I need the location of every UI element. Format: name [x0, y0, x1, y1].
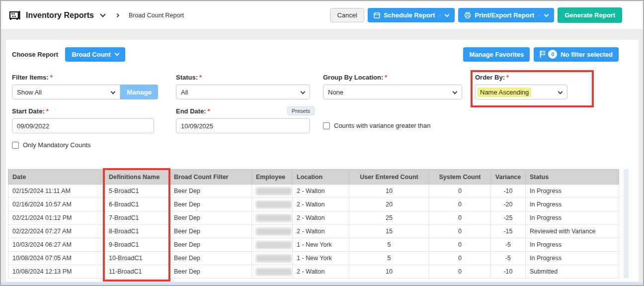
chevron-down-icon [301, 90, 306, 95]
table-cell: In Progress [526, 238, 619, 252]
redacted-employee-name [256, 188, 292, 195]
column-header: System Count [429, 170, 491, 185]
table-cell: 9-BroadC1 [105, 238, 170, 252]
status-value: All [181, 89, 188, 96]
cancel-button[interactable]: Cancel [330, 8, 364, 22]
table-cell: -10 [491, 265, 526, 279]
table-cell [252, 198, 293, 211]
filter-items-select[interactable]: Show All [12, 85, 120, 99]
schedule-report-label: Schedule Report [384, 11, 435, 19]
variance-checkbox-row[interactable]: Counts with variance greater than [323, 122, 430, 129]
breadcrumb: Inventory Reports Broad Count Report [9, 10, 184, 21]
table-cell: 0 [429, 265, 491, 279]
table-cell: 0 [429, 238, 491, 252]
table-header: DateDefinitions NameBroad Count FilterEm… [8, 170, 619, 185]
mandatory-checkbox-row[interactable]: Only Mandatory Counts [12, 141, 91, 149]
print-export-report-button[interactable]: Print/Export Report [458, 8, 554, 22]
table-cell: -15 [491, 225, 526, 238]
choose-report-row: Choose Report Broad Count Manage Favorit… [12, 47, 619, 62]
filter-count-badge: 0 [548, 50, 557, 59]
manage-filter-items-button[interactable]: Manage [120, 85, 158, 99]
table-cell: 10 [349, 265, 429, 279]
table-row[interactable]: 10/08/2024 12:13 PM11-BroadC1Beer Dep2 -… [8, 265, 619, 279]
generate-report-button[interactable]: Generate Report [558, 7, 622, 23]
table-row[interactable]: 02/21/2024 01:12 PM7-BroadC1Beer Dep2 - … [8, 211, 619, 225]
report-type-dropdown[interactable]: Broad Count [65, 47, 125, 62]
table-cell: 2 - Walton [293, 225, 349, 238]
table-cell: 8-BroadC1 [105, 225, 170, 238]
end-date-label: End Date:* [176, 107, 210, 115]
filter-status-label: No filter selected [561, 51, 613, 58]
redacted-employee-name [256, 255, 292, 262]
variance-checkbox[interactable] [323, 122, 330, 129]
table-row[interactable]: 10/03/2024 06:27 AM9-BroadC1Beer Dep1 - … [8, 238, 619, 252]
chevron-down-icon [114, 51, 119, 56]
redacted-employee-name [256, 241, 292, 249]
inventory-reports-icon [9, 10, 21, 21]
table-cell: 6-BroadC1 [105, 198, 170, 211]
table-cell: 5 [349, 252, 429, 265]
table-cell: Beer Dep [170, 252, 252, 265]
order-by-select[interactable]: Name Ascending [475, 85, 567, 99]
end-date-input[interactable] [176, 118, 310, 133]
manage-favorites-button[interactable]: Manage Favorites [463, 47, 530, 62]
column-header: Broad Count Filter [170, 170, 252, 185]
start-date-input[interactable] [12, 118, 154, 133]
filter-selected-button[interactable]: 0 No filter selected [534, 47, 619, 62]
table-cell: 1 - New York [293, 252, 349, 265]
schedule-report-button[interactable]: Schedule Report [368, 8, 455, 22]
schedule-report-dropdown-toggle[interactable] [440, 14, 449, 16]
start-date-label: Start Date:* [12, 107, 49, 115]
table-cell: -5 [491, 238, 526, 252]
column-header: Date [8, 170, 105, 185]
table-cell: 02/15/2024 11:11 AM [8, 185, 105, 198]
calendar-icon [374, 12, 380, 18]
table-row[interactable]: 02/16/2024 10:57 AM6-BroadC1Beer Dep2 - … [8, 198, 619, 211]
table-cell: 02/22/2024 07:27 AM [8, 225, 105, 238]
table-cell: 1 - New York [293, 238, 349, 252]
table-cell: 0 [429, 198, 491, 211]
table-cell: 7-BroadC1 [105, 211, 170, 225]
table-cell [252, 185, 293, 198]
mandatory-checkbox[interactable] [12, 142, 19, 149]
table-cell: 2 - Walton [293, 265, 349, 279]
status-select[interactable]: All [176, 85, 310, 99]
redacted-employee-name [256, 214, 292, 222]
group-by-location-select[interactable]: None [323, 85, 462, 99]
chevron-down-icon [453, 90, 458, 95]
table-cell: 15 [349, 225, 429, 238]
table-cell: 20 [349, 198, 429, 211]
table-cell: Beer Dep [170, 198, 252, 211]
table-scrollbar-track[interactable] [624, 169, 629, 278]
table-cell: 0 [429, 185, 491, 198]
favorites-group: Manage Favorites 0 No filter selected [463, 47, 619, 62]
table-cell: 0 [429, 225, 491, 238]
print-export-dropdown-toggle[interactable] [539, 14, 548, 16]
top-bar-actions: Cancel Schedule Report [330, 7, 622, 23]
filter-items-label: Filter Items:* [12, 74, 53, 81]
table-cell: Beer Dep [170, 185, 252, 198]
table-cell: In Progress [526, 198, 619, 211]
table-row[interactable]: 02/22/2024 07:27 AM8-BroadC1Beer Dep2 - … [8, 225, 619, 238]
column-header: Employee [252, 170, 293, 185]
mandatory-checkbox-label: Only Mandatory Counts [23, 141, 91, 149]
group-by-location-value: None [328, 89, 343, 96]
breadcrumb-separator-icon [115, 13, 119, 17]
table-cell: 11-BroadC1 [105, 265, 170, 279]
table-cell [252, 265, 293, 279]
table-cell [252, 225, 293, 238]
report-panel: Choose Report Broad Count Manage Favorit… [6, 40, 639, 282]
table-row[interactable]: 02/15/2024 11:11 AM5-BroadC1Beer Dep2 - … [8, 185, 619, 198]
table-cell: -20 [491, 198, 526, 211]
table-cell: Reviewed with Variance [526, 225, 619, 238]
chevron-down-icon [544, 12, 549, 17]
table-cell: Beer Dep [170, 211, 252, 225]
table-cell [252, 252, 293, 265]
title-dropdown-chevron-icon[interactable] [100, 11, 105, 17]
report-results-table: DateDefinitions NameBroad Count FilterEm… [8, 169, 619, 279]
table-cell [252, 211, 293, 225]
table-row[interactable]: 10/08/2024 07:05 AM10-BroadC1Beer Dep1 -… [8, 252, 619, 265]
print-export-report-label: Print/Export Report [475, 11, 534, 19]
table-cell: 02/16/2024 10:57 AM [8, 198, 105, 211]
presets-button[interactable]: Presets [287, 106, 315, 115]
